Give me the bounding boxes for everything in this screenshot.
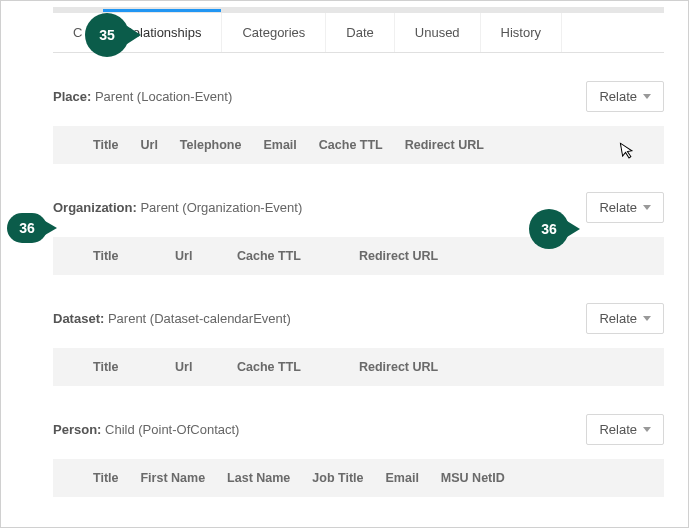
- col-firstname: First Name: [140, 471, 205, 485]
- col-cache-ttl: Cache TTL: [237, 360, 337, 374]
- col-title: Title: [93, 138, 118, 152]
- col-url: Url: [140, 138, 157, 152]
- col-redirect-url: Redirect URL: [359, 249, 438, 263]
- annotation-36-right: 36: [529, 209, 569, 249]
- column-header-organization: Title Url Cache TTL Redirect URL: [53, 237, 664, 275]
- col-jobtitle: Job Title: [312, 471, 363, 485]
- col-email: Email: [386, 471, 419, 485]
- col-redirect-url: Redirect URL: [359, 360, 438, 374]
- col-title: Title: [93, 360, 153, 374]
- annotation-35: 35: [85, 13, 129, 57]
- section-place: Place: Parent (Location-Event) Relate Ti…: [53, 81, 664, 164]
- chevron-down-icon: [643, 205, 651, 210]
- tab-bar: C Relationships Categories Date Unused H…: [53, 13, 664, 53]
- col-email: Email: [263, 138, 296, 152]
- col-cache-ttl: Cache TTL: [319, 138, 383, 152]
- chevron-down-icon: [643, 316, 651, 321]
- relate-button-organization[interactable]: Relate: [586, 192, 664, 223]
- col-title: Title: [93, 471, 118, 485]
- column-header-person: Title First Name Last Name Job Title Ema…: [53, 459, 664, 497]
- relate-button-dataset[interactable]: Relate: [586, 303, 664, 334]
- section-person: Person: Child (Point-OfContact) Relate T…: [53, 414, 664, 497]
- section-title-organization: Organization: Parent (Organization-Event…: [53, 200, 302, 215]
- section-title-person: Person: Child (Point-OfContact): [53, 422, 239, 437]
- col-url: Url: [175, 249, 215, 263]
- section-title-dataset: Dataset: Parent (Dataset-calendarEvent): [53, 311, 291, 326]
- col-cache-ttl: Cache TTL: [237, 249, 337, 263]
- chevron-down-icon: [643, 427, 651, 432]
- relate-button-place[interactable]: Relate: [586, 81, 664, 112]
- annotation-36-left: 36: [7, 213, 47, 243]
- col-lastname: Last Name: [227, 471, 290, 485]
- column-header-dataset: Title Url Cache TTL Redirect URL: [53, 348, 664, 386]
- tab-unused[interactable]: Unused: [395, 13, 481, 52]
- col-msunetid: MSU NetID: [441, 471, 505, 485]
- relate-button-person[interactable]: Relate: [586, 414, 664, 445]
- col-url: Url: [175, 360, 215, 374]
- col-title: Title: [93, 249, 153, 263]
- tab-date[interactable]: Date: [326, 13, 394, 52]
- section-dataset: Dataset: Parent (Dataset-calendarEvent) …: [53, 303, 664, 386]
- tab-categories[interactable]: Categories: [222, 13, 326, 52]
- col-redirect-url: Redirect URL: [405, 138, 484, 152]
- col-telephone: Telephone: [180, 138, 242, 152]
- tab-history[interactable]: History: [481, 13, 562, 52]
- section-title-place: Place: Parent (Location-Event): [53, 89, 232, 104]
- column-header-place: Title Url Telephone Email Cache TTL Redi…: [53, 126, 664, 164]
- chevron-down-icon: [643, 94, 651, 99]
